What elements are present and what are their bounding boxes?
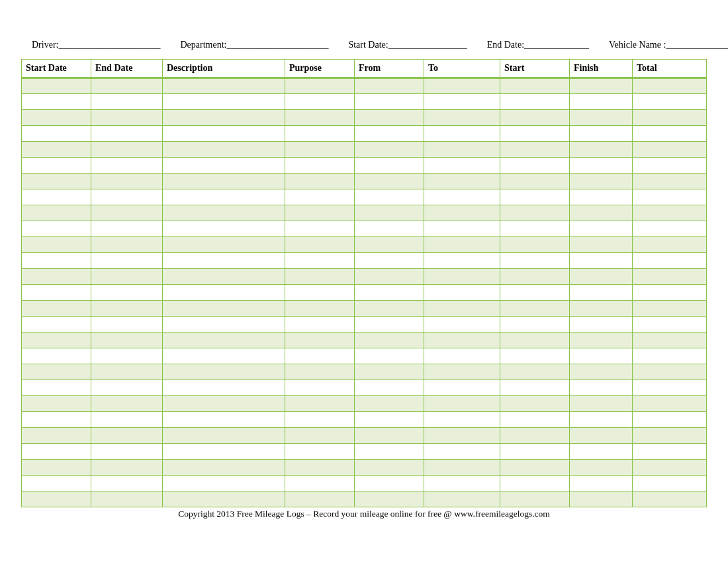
table-cell: [91, 301, 163, 317]
table-cell: [633, 205, 707, 221]
table-cell: [570, 301, 633, 317]
table-cell: [163, 269, 285, 285]
table-cell: [570, 428, 633, 444]
table-cell: [163, 126, 285, 142]
table-cell: [500, 396, 570, 412]
table-cell: [91, 412, 163, 428]
start-date-label: Start Date:: [348, 40, 388, 50]
department-blank: ______________________: [226, 40, 328, 51]
table-cell: [355, 285, 424, 301]
table-cell: [91, 174, 163, 189]
table-row: [22, 221, 707, 237]
table-cell: [633, 189, 707, 205]
table-cell: [285, 158, 355, 174]
table-cell: [570, 189, 633, 205]
table-row: [22, 364, 707, 380]
table-cell: [91, 380, 163, 396]
table-cell: [633, 269, 707, 285]
table-cell: [570, 142, 633, 158]
table-cell: [633, 364, 707, 380]
table-cell: [570, 364, 633, 380]
table-cell: [500, 476, 570, 491]
table-cell: [22, 110, 91, 126]
table-row: [22, 333, 707, 348]
start-date-field: Start Date: _________________: [348, 40, 467, 51]
table-cell: [163, 253, 285, 269]
end-date-field: End Date: ______________: [487, 40, 589, 51]
table-cell: [22, 253, 91, 269]
table-cell: [285, 317, 355, 333]
table-cell: [424, 142, 500, 158]
header-fields: Driver: ______________________ Departmen…: [21, 40, 707, 51]
table-row: [22, 142, 707, 158]
col-header-end-date: End Date: [91, 60, 163, 78]
table-cell: [633, 110, 707, 126]
table-cell: [22, 237, 91, 253]
table-cell: [91, 476, 163, 491]
table-cell: [570, 476, 633, 491]
table-row: [22, 94, 707, 110]
table-cell: [570, 174, 633, 189]
table-row: [22, 460, 707, 476]
table-cell: [355, 237, 424, 253]
table-cell: [22, 301, 91, 317]
table-cell: [424, 78, 500, 94]
table-cell: [91, 126, 163, 142]
table-cell: [424, 460, 500, 476]
table-cell: [285, 491, 355, 507]
table-row: [22, 412, 707, 428]
driver-label: Driver:: [32, 40, 58, 50]
table-cell: [424, 94, 500, 110]
table-cell: [91, 491, 163, 507]
table-cell: [285, 237, 355, 253]
table-cell: [424, 364, 500, 380]
table-cell: [91, 348, 163, 364]
table-cell: [91, 460, 163, 476]
table-cell: [355, 380, 424, 396]
table-cell: [424, 174, 500, 189]
table-cell: [163, 380, 285, 396]
table-cell: [163, 205, 285, 221]
table-row: [22, 444, 707, 460]
table-cell: [500, 174, 570, 189]
table-cell: [500, 126, 570, 142]
table-cell: [633, 460, 707, 476]
table-cell: [285, 110, 355, 126]
table-cell: [633, 412, 707, 428]
table-cell: [22, 126, 91, 142]
table-cell: [633, 237, 707, 253]
table-cell: [570, 412, 633, 428]
table-cell: [22, 444, 91, 460]
table-cell: [22, 348, 91, 364]
table-cell: [285, 78, 355, 94]
table-cell: [91, 237, 163, 253]
table-cell: [285, 205, 355, 221]
table-cell: [22, 189, 91, 205]
table-cell: [500, 142, 570, 158]
table-cell: [355, 491, 424, 507]
table-cell: [22, 380, 91, 396]
table-cell: [22, 158, 91, 174]
table-cell: [163, 94, 285, 110]
table-cell: [22, 412, 91, 428]
table-cell: [285, 253, 355, 269]
table-cell: [500, 253, 570, 269]
table-row: [22, 78, 707, 94]
table-cell: [285, 396, 355, 412]
table-row: [22, 174, 707, 189]
table-cell: [91, 317, 163, 333]
table-cell: [22, 94, 91, 110]
table-row: [22, 237, 707, 253]
table-cell: [570, 269, 633, 285]
table-cell: [633, 301, 707, 317]
table-cell: [570, 253, 633, 269]
col-header-to: To: [424, 60, 500, 78]
table-cell: [91, 78, 163, 94]
table-cell: [633, 491, 707, 507]
table-cell: [91, 221, 163, 237]
table-cell: [424, 253, 500, 269]
table-cell: [500, 444, 570, 460]
table-cell: [163, 444, 285, 460]
table-cell: [500, 364, 570, 380]
table-cell: [91, 205, 163, 221]
